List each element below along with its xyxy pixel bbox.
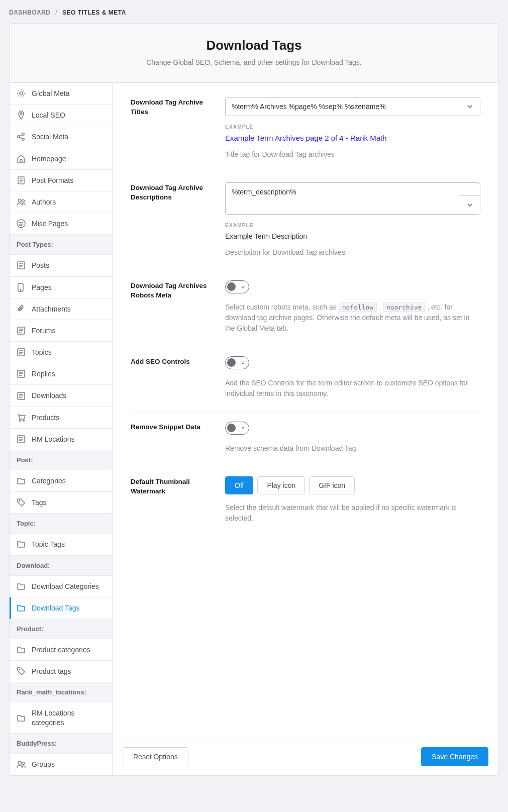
sidebar-item-rm-locations-categories[interactable]: RM Locations categories: [10, 702, 112, 733]
field-seo-controls: Add SEO Controls Add the SEO Controls fo…: [131, 346, 480, 412]
cart-icon: [17, 413, 26, 422]
sidebar-item-categories[interactable]: Categories: [10, 470, 112, 492]
example-preview: Example Term Description: [225, 232, 480, 240]
seo-controls-toggle[interactable]: [225, 356, 249, 369]
page-subtitle: Change Global SEO, Schema, and other set…: [20, 58, 488, 66]
sidebar-section-header: BuddyPress:: [10, 734, 112, 754]
help-text: Remove schema data from Download Tag.: [225, 443, 480, 454]
sidebar-item-product-categories[interactable]: Product categories: [10, 639, 112, 661]
sidebar-item-label: Categories: [32, 476, 66, 485]
toggle-indicator: [242, 427, 244, 430]
field-label: Download Tag Archive Titles: [131, 97, 211, 160]
sidebar-item-label: RM Locations categories: [32, 708, 105, 727]
folder-icon: [17, 476, 26, 485]
sidebar-item-post-formats[interactable]: Post Formats: [10, 170, 112, 191]
sidebar-item-label: Social Meta: [32, 132, 68, 141]
example-label: EXAMPLE: [225, 124, 480, 130]
sidebar: Global Meta Local SEO Social Meta Homepa…: [10, 83, 113, 775]
folder-icon: [17, 582, 26, 591]
sidebar-item-groups[interactable]: Groups: [10, 754, 112, 775]
watermark-option-button[interactable]: Play icon: [257, 476, 305, 494]
post-icon: [17, 348, 26, 357]
doc-icon: [17, 176, 26, 185]
sidebar-item-social-meta[interactable]: Social Meta: [10, 126, 112, 148]
help-text: Description for Download Tag archives: [225, 247, 480, 258]
title-input-group: [225, 97, 480, 116]
field-label: Download Tag Archive Descriptions: [131, 182, 211, 258]
folder-icon: [17, 714, 26, 723]
sidebar-item-label: Tags: [32, 498, 47, 507]
sidebar-item-label: Pages: [32, 283, 52, 292]
sidebar-item-label: Downloads: [32, 391, 66, 400]
tag-icon: [17, 667, 26, 676]
code-noarchive: noarchive: [383, 302, 425, 312]
watermark-option-button[interactable]: Off: [225, 476, 253, 494]
field-watermark: Default Thumbnail Watermark OffPlay icon…: [131, 466, 480, 536]
watermark-option-button[interactable]: GIF icon: [309, 476, 355, 494]
sidebar-item-homepage[interactable]: Homepage: [10, 148, 112, 170]
folder-icon: [17, 540, 26, 549]
archive-description-input[interactable]: %term_description%: [226, 183, 480, 201]
save-changes-button[interactable]: Save Changes: [421, 747, 488, 766]
sidebar-section-header: Topic:: [10, 514, 112, 534]
help-text: Title tag for Download Tag archives: [225, 149, 480, 160]
sidebar-item-misc-pages[interactable]: Misc Pages: [10, 213, 112, 235]
sidebar-item-topic-tags[interactable]: Topic Tags: [10, 534, 112, 555]
sidebar-section-header: Post Types:: [10, 235, 112, 255]
sidebar-section-header: Post:: [10, 450, 112, 470]
sidebar-item-download-tags[interactable]: Download Tags: [10, 597, 112, 619]
folder-icon: [17, 645, 26, 654]
sidebar-item-label: RM Locations: [32, 435, 75, 444]
post-icon: [17, 326, 26, 335]
sidebar-item-download-categories[interactable]: Download Categories: [10, 576, 112, 597]
pin-icon: [17, 111, 26, 120]
field-snippet-data: Remove Snippet Data Remove schema data f…: [131, 412, 480, 466]
toggle-knob: [227, 282, 236, 291]
sidebar-item-local-seo[interactable]: Local SEO: [10, 105, 112, 126]
sidebar-item-global-meta[interactable]: Global Meta: [10, 83, 112, 105]
sidebar-item-forums[interactable]: Forums: [10, 320, 112, 342]
sidebar-item-rm-locations[interactable]: RM Locations: [10, 429, 112, 450]
sidebar-section-header: Product:: [10, 619, 112, 639]
toggle-indicator: [242, 362, 244, 364]
toggle-knob: [227, 424, 236, 432]
sidebar-item-attachments[interactable]: Attachments: [10, 298, 112, 320]
sidebar-item-posts[interactable]: Posts: [10, 255, 112, 276]
sidebar-item-tags[interactable]: Tags: [10, 492, 112, 514]
breadcrumb-separator: /: [55, 9, 57, 16]
breadcrumb-root[interactable]: DASHBOARD: [9, 9, 51, 16]
sidebar-item-replies[interactable]: Replies: [10, 363, 112, 385]
card-header: Download Tags Change Global SEO, Schema,…: [10, 24, 498, 83]
variables-dropdown-button[interactable]: [459, 195, 480, 214]
sidebar-item-product-tags[interactable]: Product tags: [10, 661, 112, 682]
sidebar-item-label: Misc Pages: [32, 219, 68, 228]
post-icon: [17, 435, 26, 444]
field-archive-titles: Download Tag Archive Titles EXAMPLE Exam…: [131, 97, 480, 172]
sidebar-item-products[interactable]: Products: [10, 407, 112, 429]
variables-dropdown-button[interactable]: [459, 97, 480, 116]
post-icon: [17, 391, 26, 400]
sidebar-item-label: Attachments: [32, 304, 71, 314]
main-card: Download Tags Change Global SEO, Schema,…: [9, 23, 499, 776]
sidebar-item-authors[interactable]: Authors: [10, 191, 112, 213]
help-text: Add the SEO Controls for the term editor…: [225, 378, 480, 399]
list-icon: [17, 219, 26, 228]
sidebar-item-label: Topics: [32, 348, 52, 357]
sidebar-item-label: Homepage: [32, 154, 66, 163]
robots-meta-toggle[interactable]: [225, 280, 249, 293]
sidebar-item-downloads[interactable]: Downloads: [10, 385, 112, 407]
snippet-data-toggle[interactable]: [225, 422, 249, 435]
field-label: Remove Snippet Data: [131, 422, 211, 454]
sidebar-item-topics[interactable]: Topics: [10, 342, 112, 363]
reset-options-button[interactable]: Reset Options: [123, 747, 188, 766]
users-icon: [17, 197, 26, 207]
share-icon: [17, 132, 26, 141]
toggle-indicator: [242, 286, 244, 288]
help-text: Select custom robots meta, such as nofol…: [225, 302, 480, 334]
sidebar-item-label: Replies: [32, 369, 55, 378]
attach-icon: [17, 304, 26, 314]
archive-title-input[interactable]: [226, 97, 459, 116]
example-label: EXAMPLE: [225, 223, 480, 228]
description-input-group: %term_description%: [225, 182, 480, 215]
sidebar-item-pages[interactable]: Pages: [10, 277, 112, 298]
